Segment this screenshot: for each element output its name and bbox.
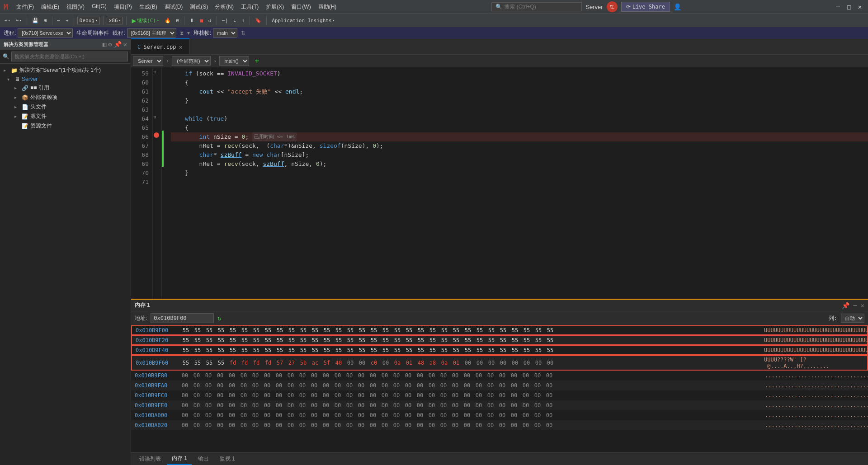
refresh-btn[interactable]: ↻: [217, 315, 221, 322]
menu-window[interactable]: 窗口(W): [288, 2, 313, 12]
breakpoint-66[interactable]: [154, 132, 159, 138]
nav-add-btn[interactable]: +: [253, 56, 261, 65]
code-content[interactable]: if (sock == INVALID_SOCKET ) { cout << "…: [164, 67, 868, 299]
stack-dropdown[interactable]: main: [213, 28, 237, 38]
mem-byte: 55: [193, 360, 203, 366]
memory-content[interactable]: 0x010B9F00555555555555555555555555555555…: [131, 325, 868, 452]
mem-addr-4[interactable]: 0x010B9F80: [135, 372, 180, 379]
step-into-btn[interactable]: ↓: [231, 17, 238, 24]
menu-view[interactable]: 视图(V): [64, 2, 87, 12]
memory-pin-btn[interactable]: 📌: [842, 302, 849, 309]
sidebar-pin-icon[interactable]: 📌: [114, 41, 122, 48]
menu-file[interactable]: 文件(F): [14, 2, 37, 12]
mem-addr-9[interactable]: 0x010BA020: [135, 422, 180, 428]
continue-btn[interactable]: ▶ 继续(C) ▾: [130, 16, 160, 25]
menu-analyze[interactable]: 分析(N): [212, 2, 236, 12]
sidebar-collapse-icon[interactable]: ◧: [103, 41, 106, 48]
tab-watch1[interactable]: 监视 1: [215, 453, 240, 465]
debug-config-dropdown[interactable]: Debug ▾: [77, 17, 100, 24]
menu-debug[interactable]: 调试(D): [162, 2, 186, 12]
toolbar-sep-3: [74, 16, 74, 25]
save-btn[interactable]: 💾: [30, 17, 40, 24]
tree-header-files[interactable]: ▸ 📄 头文件: [0, 102, 131, 112]
sidebar-close-icon[interactable]: ✕: [123, 41, 127, 48]
mem-byte: 00: [427, 372, 437, 379]
tree-external-deps[interactable]: ▸ 📦 外部依赖项: [0, 93, 131, 102]
code-editor: 59 60 61 62 63 64 65 66 67 68 69 70 71 ⊟: [131, 67, 868, 299]
tree-solution[interactable]: ▸ 📁 解决方案"Server"(1个项目/共 1个): [0, 66, 131, 75]
redo-btn[interactable]: ↪ ▾: [14, 17, 23, 24]
save-all-btn[interactable]: ⊞: [42, 17, 49, 24]
filter-icon[interactable]: ⧗: [180, 30, 184, 36]
menu-test[interactable]: 测试(S): [187, 2, 211, 12]
restart-btn[interactable]: ↺: [207, 17, 213, 24]
breakpoints-btn[interactable]: ⊟: [175, 17, 181, 24]
mem-addr-3[interactable]: 0x010B9F60: [136, 360, 181, 366]
back-btn[interactable]: ←: [56, 17, 62, 24]
menu-edit[interactable]: 编辑(E): [38, 2, 62, 12]
hot-reload-btn[interactable]: 🔥: [163, 17, 173, 24]
sidebar-tree: ▸ 📁 解决方案"Server"(1个项目/共 1个) ▾ 🖥 Server ▸…: [0, 64, 131, 465]
code-line-69: nRet = recv (sock, szBuff , nSize, 0 );: [171, 160, 868, 169]
stop-btn[interactable]: ■: [198, 17, 205, 24]
mem-byte: 00: [239, 412, 249, 418]
bookmark-btn[interactable]: 🔖: [253, 17, 263, 24]
tab-memory1[interactable]: 内存 1: [167, 453, 192, 465]
tree-source-files[interactable]: ▸ 📝 源文件: [0, 112, 131, 121]
platform-dropdown[interactable]: x86 ▾: [107, 17, 123, 24]
redo-arrow: ▾: [19, 19, 22, 23]
mem-addr-6[interactable]: 0x010B9FC0: [135, 392, 180, 399]
process-dropdown[interactable]: [0x710] Server.exe: [18, 28, 73, 38]
func-nav-dropdown[interactable]: main(): [219, 56, 249, 66]
menu-build[interactable]: 生成(B): [137, 2, 160, 12]
maximize-button[interactable]: □: [844, 2, 854, 11]
live-share-button[interactable]: ⟳ Live Share: [621, 2, 670, 12]
sidebar-settings-icon[interactable]: ⚙: [108, 41, 112, 48]
memory-addr-input[interactable]: [151, 313, 214, 323]
mem-byte: 55: [357, 327, 367, 333]
file-nav-dropdown[interactable]: Server: [133, 56, 163, 66]
stack-icon[interactable]: ⇅: [241, 30, 245, 36]
thread-dropdown[interactable]: [0x6168] 主线程: [127, 28, 176, 38]
menu-help[interactable]: 帮助(H): [316, 2, 340, 12]
mem-addr-2[interactable]: 0x010B9F40: [136, 347, 181, 353]
menu-project[interactable]: 项目(P): [111, 2, 135, 12]
minimize-button[interactable]: ─: [834, 2, 843, 11]
mem-addr-5[interactable]: 0x010B9FA0: [135, 382, 180, 389]
mem-addr-7[interactable]: 0x010B9FE0: [135, 402, 180, 409]
gutter-59[interactable]: ⊟: [153, 67, 161, 76]
tab-output[interactable]: 输出: [193, 453, 213, 465]
mem-addr-0[interactable]: 0x010B9F00: [136, 327, 181, 333]
str-accept-fail: "accept 失败": [227, 87, 271, 96]
tree-resource-files[interactable]: 📝 资源文件: [0, 121, 131, 131]
menu-tools[interactable]: 工具(T): [238, 2, 261, 12]
tab-error-list[interactable]: 错误列表: [135, 453, 165, 465]
sidebar-search-input[interactable]: [11, 52, 128, 61]
pause-btn[interactable]: ⏸: [188, 17, 196, 24]
scope-nav-dropdown[interactable]: (全局范围): [172, 56, 211, 66]
tab-server-cpp[interactable]: C Server.cpp ✕: [131, 38, 189, 54]
forward-btn[interactable]: →: [64, 17, 71, 24]
close-button[interactable]: ✕: [855, 2, 864, 11]
tree-references[interactable]: ▸ 🔗 ■■ 引用: [0, 83, 131, 93]
tab-close-icon[interactable]: ✕: [179, 43, 182, 51]
menu-git[interactable]: Git(G): [89, 2, 109, 12]
step-out-btn[interactable]: ↑: [240, 17, 247, 24]
menu-extensions[interactable]: 扩展(X): [263, 2, 287, 12]
tree-project[interactable]: ▾ 🖥 Server: [0, 75, 131, 83]
filter-down-icon[interactable]: ▾: [187, 30, 190, 36]
mem-addr-1[interactable]: 0x010B9F20: [136, 337, 181, 343]
col-select[interactable]: 自动: [841, 314, 864, 323]
title-search[interactable]: 🔍: [491, 2, 582, 11]
lifecycle-btn[interactable]: 生命周期事件: [76, 29, 109, 37]
kw-new: new: [252, 150, 263, 160]
memory-close-btn[interactable]: ✕: [861, 302, 864, 309]
solution-label: 解决方案"Server"(1个项目/共 1个): [19, 66, 101, 74]
step-over-btn[interactable]: →|: [220, 17, 230, 24]
gutter-64[interactable]: ⊟: [153, 113, 161, 122]
search-input[interactable]: [504, 4, 567, 10]
mem-addr-8[interactable]: 0x010BA000: [135, 412, 180, 418]
undo-btn[interactable]: ↩ ▾: [3, 17, 12, 24]
app-insights-btn[interactable]: Application Insights ▾: [270, 17, 336, 24]
memory-minimize-btn[interactable]: ─: [853, 302, 857, 309]
